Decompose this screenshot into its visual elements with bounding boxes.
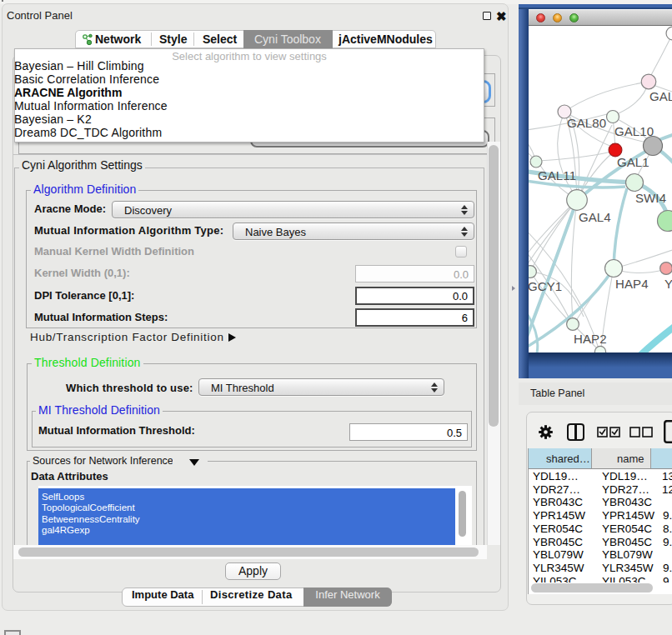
- svg-text:GAL4: GAL4: [579, 210, 611, 224]
- svg-text:GAL7: GAL7: [649, 89, 672, 103]
- svg-text:GAL80: GAL80: [567, 116, 606, 130]
- svg-text:GAL1: GAL1: [617, 155, 649, 169]
- svg-text:Y: Y: [664, 277, 672, 291]
- svg-text:GAL11: GAL11: [538, 168, 576, 182]
- svg-text:GCY1: GCY1: [529, 279, 562, 293]
- svg-text:SWI4: SWI4: [635, 191, 666, 205]
- svg-text:HAP4: HAP4: [615, 277, 649, 291]
- svg-text:HAP2: HAP2: [574, 332, 607, 346]
- svg-text:GAL10: GAL10: [614, 124, 654, 138]
